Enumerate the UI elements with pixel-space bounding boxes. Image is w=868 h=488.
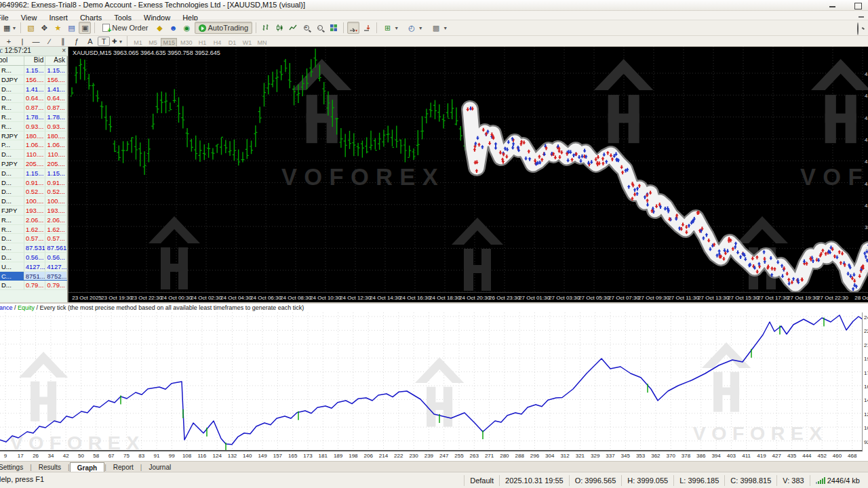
text-label-button[interactable]: T [98, 37, 110, 46]
search-icon[interactable] [857, 23, 859, 35]
tester-tab-settings[interactable]: Settings [0, 462, 30, 472]
zoom-in-button[interactable]: + [300, 22, 313, 34]
autotrading-button[interactable]: AutoTrading [195, 22, 253, 34]
periods-button[interactable]: ◴▼ [404, 22, 427, 34]
timeframe-m1[interactable]: M1 [131, 38, 144, 47]
timeframe-mn[interactable]: MN [256, 38, 269, 47]
window-title: 9649962: Exness-Trial8 - Demo Account - … [0, 1, 305, 9]
data-window-button[interactable]: ▣ [79, 22, 91, 34]
market-watch-row[interactable]: R...0.87...0.87... [0, 103, 67, 113]
community-button[interactable]: ☻ [167, 22, 180, 34]
signals-button[interactable]: ◉ [181, 22, 193, 34]
bid-cell: 2.06... [24, 216, 46, 224]
tile-windows-button[interactable] [328, 22, 340, 34]
timeframe-m30[interactable]: M30 [178, 38, 195, 47]
column-symbol[interactable]: Symbol [0, 56, 24, 65]
market-watch-row[interactable]: D...1.15...1.15... [0, 169, 67, 178]
templates-button[interactable]: ▩▼ [429, 22, 452, 34]
vertical-line-button[interactable]: | [16, 37, 28, 46]
tester-tab-graph[interactable]: Graph [70, 462, 104, 472]
bid-cell: 87.531 [24, 243, 46, 252]
favorites-button[interactable]: ★ [52, 22, 64, 34]
profiles-button[interactable]: ▧ [24, 22, 37, 34]
mdi-minimize-icon[interactable] [859, 14, 865, 18]
candlestick-button[interactable] [273, 22, 285, 34]
trendline-button[interactable]: ∕ [43, 37, 56, 46]
balance-x-label: 75 [123, 453, 130, 459]
text-button[interactable]: A [84, 37, 96, 46]
new-order-label: New Order [112, 24, 148, 32]
market-watch-row[interactable]: P...1.06...1.06... [0, 140, 67, 150]
zoom-out-button[interactable]: - [314, 22, 326, 34]
minimize-button[interactable] [822, 1, 842, 9]
maximize-button[interactable] [848, 1, 868, 9]
channel-button[interactable]: ∥ [57, 37, 69, 46]
market-watch-row[interactable]: R...2.06...2.06... [0, 216, 67, 225]
balance-graph-plot[interactable]: VOFOREXVOFOREX [0, 312, 863, 451]
tester-tab-results[interactable]: Results [32, 462, 68, 472]
market-watch-row[interactable]: C...8751...8752... [0, 272, 67, 281]
timeframe-m15[interactable]: M15 [161, 38, 177, 47]
market-watch-row[interactable]: D...100....100.... [0, 197, 67, 206]
timeframe-h1[interactable]: H1 [196, 38, 210, 47]
autotrading-icon [199, 24, 206, 32]
time-axis[interactable]: 23 Oct 202523 Oct 19:3023 Oct 22:3024 Oc… [68, 292, 868, 302]
market-watch-button[interactable]: ▤ [65, 22, 77, 34]
balance-x-label: 67 [108, 453, 115, 459]
expert-advisors-button[interactable]: ◆ [154, 22, 166, 34]
crosshair-tool-button[interactable]: + [3, 37, 15, 46]
market-watch-row[interactable]: D...0.52...0.52... [0, 187, 67, 197]
price-chart-plot[interactable]: XAUUSD,M15 3963.065 3964.635 3950.758 39… [68, 47, 868, 292]
tester-tab-journal[interactable]: Journal [142, 462, 178, 472]
time-axis-label: 26 Oct 23:30 [489, 295, 520, 301]
chart-shift-button[interactable] [361, 22, 373, 34]
market-watch-row[interactable]: R...1.62...1.62... [0, 225, 67, 235]
line-chart-button[interactable] [287, 22, 299, 34]
bid-cell: 4127.... [24, 262, 46, 271]
price-chart-canvas[interactable]: VOFOREXVOFOREXVOFOREX [68, 47, 868, 292]
timeframe-m5[interactable]: M5 [146, 38, 159, 47]
symbol-cell: P... [0, 140, 24, 149]
timeframe-d1[interactable]: D1 [226, 38, 239, 47]
market-watch-row[interactable]: R...0.93...0.93... [0, 122, 67, 131]
column-bid[interactable]: Bid [24, 56, 46, 65]
market-watch-row[interactable]: D...0.56...0.56... [0, 253, 67, 262]
market-watch-row[interactable]: D...0.64...0.64... [0, 94, 67, 103]
symbol-cell: RJPY [0, 131, 24, 140]
bar-chart-button[interactable] [260, 22, 272, 34]
new-chart-button[interactable]: ▦▼ [3, 22, 17, 34]
market-watch-row[interactable]: U...4127....4127.... [0, 262, 67, 272]
fibonacci-button[interactable]: ƒ [71, 37, 83, 46]
market-watch-row[interactable]: FJPY193....193.... [0, 206, 67, 216]
tester-tab-report[interactable]: Report [106, 462, 140, 472]
market-watch-row[interactable]: D...110....110.... [0, 150, 67, 159]
balance-graph-x-axis: 9172634425058677583919910811612413214014… [0, 453, 868, 461]
market-watch-row[interactable]: PJPY205....205.... [0, 159, 67, 169]
legend-balance: Balance [0, 304, 13, 311]
market-watch-row[interactable]: D...1.41...1.41... [0, 85, 67, 94]
market-watch-row[interactable]: RJPY180....180.... [0, 131, 67, 141]
close-icon[interactable]: × [62, 47, 66, 54]
candlestick-icon [275, 24, 283, 32]
market-watch-row[interactable]: DJPY156....156.... [0, 75, 67, 85]
horizontal-line-button[interactable]: — [30, 37, 42, 46]
auto-scroll-button[interactable] [347, 22, 359, 34]
indicators-button[interactable]: ⊞▼ [380, 22, 403, 34]
new-order-icon [102, 24, 110, 32]
market-watch-row[interactable]: D...0.91...0.91... [0, 178, 67, 188]
timeframe-w1[interactable]: W1 [241, 38, 254, 47]
market-watch-row[interactable]: R...1.15...1.15... [0, 66, 67, 75]
balance-x-label: 230 [409, 453, 418, 459]
market-watch-row[interactable]: D...0.57...0.57... [0, 234, 67, 243]
market-watch-row[interactable]: D...0.79...0.79... [0, 281, 67, 290]
column-ask[interactable]: Ask [45, 56, 67, 65]
new-order-button[interactable]: New Order [98, 22, 152, 34]
shapes-button[interactable]: ✚▼ [111, 37, 123, 46]
price-chart-window[interactable]: XAUUSD,M15 3963.065 3964.635 3950.758 39… [68, 47, 868, 302]
market-watch-row[interactable]: D...87.53187.561 [0, 243, 67, 253]
market-watch-row[interactable]: R...1.78...1.78... [0, 113, 67, 122]
timeframe-h4[interactable]: H4 [211, 38, 224, 47]
balance-graph-canvas[interactable]: VOFOREXVOFOREX [0, 312, 863, 451]
balance-y-label: 24 [864, 314, 868, 321]
crosshair-move-button[interactable]: ✥ [38, 22, 50, 34]
